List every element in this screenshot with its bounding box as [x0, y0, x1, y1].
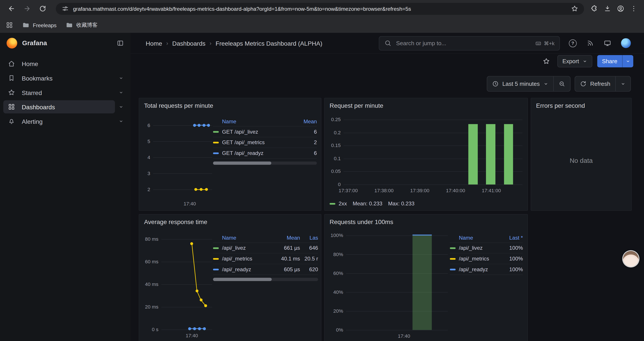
chart-average-response-time[interactable]: 80 ms60 ms40 ms20 ms0 s17:40: [142, 233, 212, 340]
chrome-menu-icon[interactable]: [630, 5, 638, 12]
help-icon[interactable]: ?: [569, 39, 577, 47]
breadcrumb-dashboards[interactable]: Dashboards: [172, 40, 206, 47]
zoom-out-button[interactable]: [553, 76, 570, 91]
legend-header-value[interactable]: Mean: [298, 118, 317, 124]
refresh-interval-button[interactable]: [615, 76, 630, 91]
legend-row[interactable]: /api/_metrics40.1 ms20.5 r: [213, 253, 318, 264]
reload-icon[interactable]: [36, 2, 49, 15]
panel-requests-under-100ms: Requests under 100ms 100%80%60%40%20%0%1…: [324, 214, 528, 341]
legend-header-name[interactable]: Name: [450, 234, 498, 240]
y-tick-label: 60%: [333, 270, 343, 276]
panel-title[interactable]: Requests under 100ms: [325, 214, 528, 226]
bar[interactable]: [468, 124, 478, 185]
sidebar-item-alerting[interactable]: Alerting: [3, 115, 115, 128]
bookmark-item[interactable]: 收藏博客: [66, 21, 98, 29]
sidebar-item-bookmarks[interactable]: Bookmarks: [3, 72, 115, 85]
site-info-icon[interactable]: [62, 5, 69, 12]
legend-row[interactable]: GET /api/_readyz6: [213, 148, 317, 159]
breadcrumb-home[interactable]: Home: [146, 40, 162, 47]
plot-area[interactable]: [344, 116, 522, 185]
plot-area[interactable]: [346, 233, 448, 330]
y-tick-label: 80 ms: [145, 236, 158, 242]
bar[interactable]: [486, 124, 495, 185]
browser-actions: [591, 5, 639, 12]
app-header: Home › Dashboards › Freeleaps Metrics Da…: [130, 33, 644, 54]
bookmark-star-icon[interactable]: [571, 5, 578, 12]
legend-header-value[interactable]: Mean: [276, 234, 300, 240]
legend-scrollbar[interactable]: [213, 162, 317, 165]
plot-area[interactable]: [153, 117, 212, 198]
chart-total-requests[interactable]: 6543217:40: [142, 117, 212, 208]
legend-row[interactable]: /api/_readyz100%: [450, 264, 523, 275]
legend-item[interactable]: 2xx: [330, 201, 347, 207]
y-tick-label: 2: [148, 187, 150, 192]
legend-header-name[interactable]: Name: [213, 234, 276, 240]
sidebar-collapse-icon[interactable]: [116, 40, 124, 47]
series-color-dash: [450, 258, 456, 259]
plot-area[interactable]: [161, 233, 212, 329]
sidebar-item-home[interactable]: Home: [3, 57, 127, 70]
legend-row[interactable]: GET /api/_metrics2: [213, 137, 317, 148]
news-icon[interactable]: [586, 40, 594, 47]
chevron-down-icon[interactable]: [115, 90, 127, 95]
time-range-button[interactable]: Last 5 minutes: [487, 76, 553, 91]
series-color-dash: [213, 152, 219, 154]
share-menu-button[interactable]: [622, 55, 634, 67]
download-icon[interactable]: [604, 5, 611, 12]
export-button[interactable]: Export: [558, 55, 592, 67]
legend-row[interactable]: /api/_livez661 µs646: [213, 243, 318, 254]
time-controls: Last 5 minutes Refresh: [487, 76, 631, 92]
legend-scrollbar-thumb[interactable]: [213, 162, 271, 165]
legend-header-value[interactable]: Last *: [498, 234, 523, 240]
search-input[interactable]: [395, 40, 532, 47]
chart-request-per-minute[interactable]: 0.250.20.150.10.05017:37:0017:38:0017:39…: [328, 116, 522, 194]
back-icon[interactable]: [5, 2, 18, 15]
panel-title[interactable]: Errors per second: [531, 98, 631, 110]
bar[interactable]: [504, 124, 513, 185]
extensions-icon[interactable]: [591, 5, 598, 12]
legend-row[interactable]: GET /api/_livez6: [213, 127, 317, 137]
chart-requests-under-100ms[interactable]: 100%80%60%40%20%0%17:40: [328, 233, 448, 341]
bar[interactable]: [412, 234, 432, 330]
y-tick-label: 0.2: [334, 130, 341, 135]
y-tick-label: 0.1: [334, 156, 341, 161]
zoom-out-icon: [558, 81, 565, 87]
chevron-down-icon[interactable]: [115, 76, 127, 81]
sidebar-header: Grafana: [0, 33, 130, 54]
legend-scrollbar-thumb[interactable]: [213, 278, 272, 281]
monitor-icon[interactable]: [604, 40, 611, 47]
panel-title[interactable]: Total requests per minute: [139, 98, 321, 110]
grafana-logo[interactable]: [6, 38, 17, 49]
breadcrumb-current: Freeleaps Metrics Dashboard (ALPHA): [216, 40, 322, 47]
refresh-button[interactable]: Refresh: [575, 76, 615, 91]
legend-value: 661 µs: [276, 245, 300, 251]
legend-row[interactable]: /api/_metrics100%: [450, 253, 523, 264]
panel-title[interactable]: Request per minute: [325, 98, 528, 110]
user-avatar[interactable]: [621, 38, 631, 48]
chrome-profile-icon[interactable]: [617, 5, 624, 12]
legend-header-name[interactable]: Name: [213, 118, 298, 124]
apps-grid-icon[interactable]: [6, 21, 13, 29]
y-tick-label: 40%: [333, 289, 343, 295]
y-tick-label: 100%: [330, 232, 343, 238]
favorite-star-icon[interactable]: [540, 55, 552, 67]
share-button[interactable]: Share: [597, 55, 622, 67]
chevron-down-icon[interactable]: [115, 119, 127, 124]
search-box[interactable]: ⌘+k: [379, 36, 560, 51]
panel-title[interactable]: Average response time: [139, 214, 321, 226]
sidebar-item-dashboards[interactable]: Dashboards: [3, 100, 115, 113]
series-color-dash: [213, 258, 219, 259]
legend-row[interactable]: /api/_livez100%: [450, 243, 523, 254]
brand-title: Grafana: [22, 40, 47, 47]
chevron-down-icon[interactable]: [115, 104, 127, 109]
forward-icon[interactable]: [20, 2, 34, 15]
address-bar[interactable]: grafana.mathmast.com/d/deytv4rwavabkb/fr…: [56, 3, 584, 15]
legend-header-row: NameLast *: [450, 233, 523, 243]
bookmark-item[interactable]: Freeleaps: [22, 21, 56, 29]
clock-icon: [492, 81, 499, 87]
floating-avatar[interactable]: [623, 251, 638, 267]
legend-header-value[interactable]: Las: [300, 234, 318, 240]
legend-row[interactable]: /api/_readyz605 µs620: [213, 264, 318, 275]
legend-scrollbar[interactable]: [213, 278, 318, 281]
sidebar-item-starred[interactable]: Starred: [3, 86, 115, 99]
